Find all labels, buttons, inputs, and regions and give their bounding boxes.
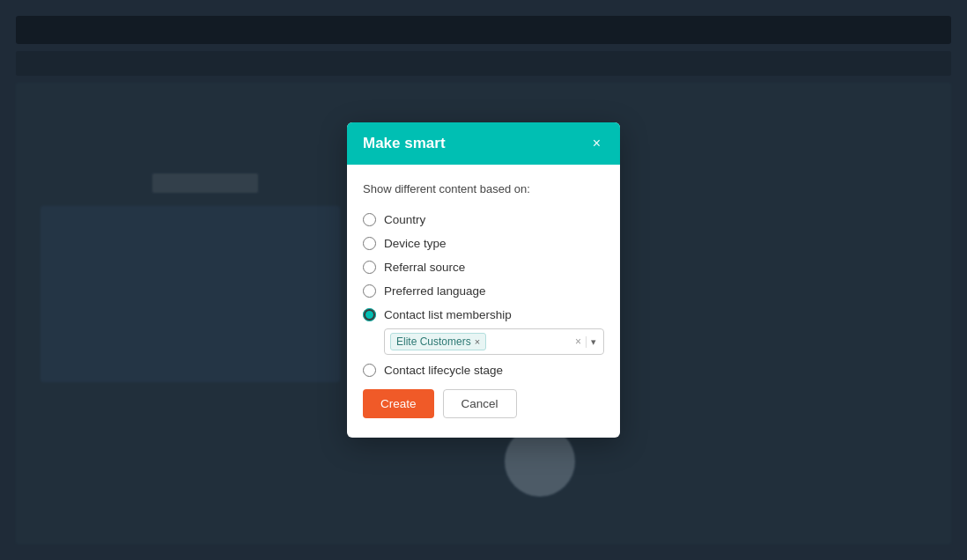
- modal-title: Make smart: [363, 135, 446, 152]
- radio-item-lifecycle-stage[interactable]: Contact lifecycle stage: [363, 358, 604, 382]
- radio-label-referral-source: Referral source: [384, 261, 465, 274]
- radio-label-device-type: Device type: [384, 237, 447, 250]
- radio-country[interactable]: [363, 213, 376, 226]
- radio-device-type[interactable]: [363, 237, 376, 250]
- modal-backdrop: Make smart × Show different content base…: [0, 0, 967, 560]
- modal-close-button[interactable]: ×: [589, 135, 604, 152]
- cancel-button[interactable]: Cancel: [443, 389, 517, 418]
- modal-header: Make smart ×: [347, 122, 620, 165]
- radio-item-referral-source[interactable]: Referral source: [363, 255, 604, 279]
- radio-item-preferred-language[interactable]: Preferred language: [363, 279, 604, 303]
- create-button[interactable]: Create: [363, 389, 434, 418]
- modal-footer: Create Cancel: [363, 382, 604, 418]
- show-label: Show different content based on:: [363, 182, 604, 195]
- radio-group: Country Device type Referral source Pref…: [363, 208, 604, 382]
- tag-close-icon[interactable]: ×: [475, 337, 480, 347]
- selected-tag: Elite Customers ×: [390, 333, 486, 350]
- make-smart-modal: Make smart × Show different content base…: [347, 122, 620, 438]
- radio-label-contact-list: Contact list membership: [384, 308, 512, 321]
- dropdown-clear-icon[interactable]: ×: [572, 335, 584, 348]
- radio-lifecycle-stage[interactable]: [363, 364, 376, 377]
- radio-preferred-language[interactable]: [363, 284, 376, 298]
- tag-label: Elite Customers: [396, 335, 471, 348]
- dropdown-arrow-icon[interactable]: ▾: [586, 336, 598, 348]
- radio-item-device-type[interactable]: Device type: [363, 232, 604, 255]
- radio-label-country: Country: [384, 213, 425, 226]
- radio-label-lifecycle-stage: Contact lifecycle stage: [384, 364, 503, 377]
- radio-item-contact-list[interactable]: Contact list membership: [363, 303, 604, 327]
- radio-referral-source[interactable]: [363, 261, 376, 274]
- radio-contact-list[interactable]: [363, 308, 376, 321]
- radio-label-preferred-language: Preferred language: [384, 284, 486, 298]
- contact-list-dropdown[interactable]: Elite Customers × × ▾: [384, 328, 604, 355]
- radio-item-country[interactable]: Country: [363, 208, 604, 232]
- modal-body: Show different content based on: Country…: [347, 165, 620, 438]
